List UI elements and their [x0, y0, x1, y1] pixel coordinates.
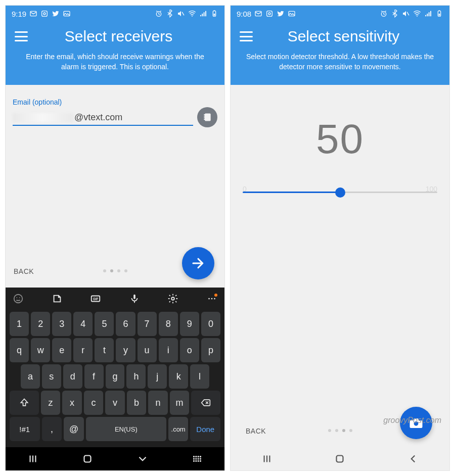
- next-button[interactable]: [182, 247, 214, 279]
- key-k[interactable]: k: [169, 364, 188, 389]
- key-i[interactable]: i: [159, 338, 178, 362]
- gif-button[interactable]: GIF: [88, 292, 103, 306]
- page-subtitle: Enter the email, which should receive wa…: [15, 52, 215, 72]
- key-o[interactable]: o: [180, 338, 199, 362]
- svg-rect-1: [42, 11, 48, 17]
- menu-button[interactable]: [240, 31, 253, 41]
- key-4[interactable]: 4: [73, 312, 93, 336]
- keyboard-toggle-button[interactable]: [182, 450, 212, 468]
- svg-point-16: [19, 297, 20, 298]
- backspace-icon: [200, 398, 211, 408]
- key-c[interactable]: c: [84, 391, 104, 415]
- key-6[interactable]: 6: [116, 312, 135, 336]
- home-button[interactable]: [325, 450, 355, 468]
- key-9[interactable]: 9: [180, 312, 199, 336]
- key-5[interactable]: 5: [95, 312, 114, 336]
- settings-button[interactable]: [165, 292, 180, 306]
- key-s[interactable]: s: [42, 364, 61, 389]
- svg-point-23: [214, 298, 215, 300]
- key-g[interactable]: g: [106, 364, 125, 389]
- mic-button[interactable]: [127, 292, 142, 306]
- svg-point-39: [268, 13, 270, 15]
- svg-point-15: [16, 297, 17, 298]
- status-bar: 9:08: [231, 6, 449, 22]
- recents-icon: [26, 452, 39, 465]
- space-key[interactable]: EN(US): [86, 417, 166, 441]
- svg-rect-8: [214, 10, 215, 11]
- mute-icon: [402, 10, 410, 18]
- menu-button[interactable]: [15, 31, 28, 41]
- pick-contact-button[interactable]: [197, 107, 217, 127]
- symbols-key[interactable]: !#1: [10, 417, 40, 441]
- recents-button[interactable]: [18, 450, 48, 468]
- svg-point-29: [193, 458, 194, 459]
- svg-point-25: [193, 456, 194, 457]
- back-nav-button[interactable]: [127, 450, 158, 468]
- more-button[interactable]: [204, 292, 219, 306]
- sensitivity-value: 50: [238, 115, 442, 163]
- key-1[interactable]: 1: [10, 312, 29, 336]
- dotcom-key[interactable]: .com: [168, 417, 189, 441]
- key-b[interactable]: b: [127, 391, 147, 415]
- instagram-icon: [265, 10, 274, 18]
- key-2[interactable]: 2: [31, 312, 50, 336]
- svg-rect-11: [204, 114, 205, 116]
- key-r[interactable]: r: [73, 338, 93, 362]
- back-button[interactable]: BACK: [246, 427, 266, 435]
- shift-key[interactable]: [10, 391, 39, 415]
- svg-rect-9: [214, 14, 215, 16]
- svg-point-22: [211, 298, 213, 300]
- key-y[interactable]: y: [116, 338, 135, 362]
- key-q[interactable]: q: [10, 338, 29, 362]
- comma-key[interactable]: ,: [42, 417, 62, 441]
- key-7[interactable]: 7: [138, 312, 157, 336]
- done-key[interactable]: Done: [190, 417, 220, 441]
- sticker-button[interactable]: [50, 292, 65, 306]
- keyboard[interactable]: GIF 1234567890 qwertyuiop asdfghjkl zxcv…: [6, 288, 224, 447]
- page-title: Select receivers: [35, 28, 215, 45]
- notification-dot: [214, 294, 217, 297]
- svg-point-21: [208, 298, 210, 300]
- mute-icon: [177, 10, 185, 18]
- key-x[interactable]: x: [62, 391, 82, 415]
- key-0[interactable]: 0: [201, 312, 220, 336]
- key-d[interactable]: d: [63, 364, 82, 389]
- key-a[interactable]: a: [21, 364, 40, 389]
- svg-rect-38: [267, 11, 272, 17]
- key-l[interactable]: l: [190, 364, 209, 389]
- back-button[interactable]: BACK: [14, 267, 34, 275]
- key-p[interactable]: p: [201, 338, 220, 362]
- page-title: Select sensitivity: [260, 28, 440, 45]
- recents-icon: [260, 452, 274, 465]
- key-3[interactable]: 3: [52, 312, 71, 336]
- back-nav-button[interactable]: [398, 450, 428, 468]
- email-input[interactable]: @vtext.com: [13, 109, 193, 126]
- svg-text:GIF: GIF: [93, 297, 99, 301]
- backspace-key[interactable]: [191, 391, 220, 415]
- key-u[interactable]: u: [138, 338, 157, 362]
- key-t[interactable]: t: [95, 338, 114, 362]
- sensitivity-slider[interactable]: [243, 192, 437, 193]
- emoji-button[interactable]: [11, 292, 26, 306]
- svg-point-2: [43, 13, 46, 15]
- instagram-icon: [40, 10, 49, 18]
- key-8[interactable]: 8: [159, 312, 178, 336]
- battery-icon: [435, 10, 443, 18]
- home-button[interactable]: [72, 450, 103, 468]
- key-h[interactable]: h: [126, 364, 146, 389]
- key-j[interactable]: j: [148, 364, 167, 389]
- svg-point-20: [172, 297, 175, 300]
- watermark: groovyPost.com: [383, 416, 441, 425]
- key-m[interactable]: m: [170, 391, 190, 415]
- key-w[interactable]: w: [31, 338, 50, 362]
- emoji-icon: [13, 293, 24, 304]
- recents-button[interactable]: [252, 450, 282, 468]
- key-f[interactable]: f: [84, 364, 104, 389]
- at-key[interactable]: @: [64, 417, 84, 441]
- image-icon: [288, 10, 296, 18]
- nav-bar: [231, 447, 449, 470]
- key-n[interactable]: n: [148, 391, 168, 415]
- key-e[interactable]: e: [52, 338, 71, 362]
- key-z[interactable]: z: [41, 391, 61, 415]
- key-v[interactable]: v: [105, 391, 125, 415]
